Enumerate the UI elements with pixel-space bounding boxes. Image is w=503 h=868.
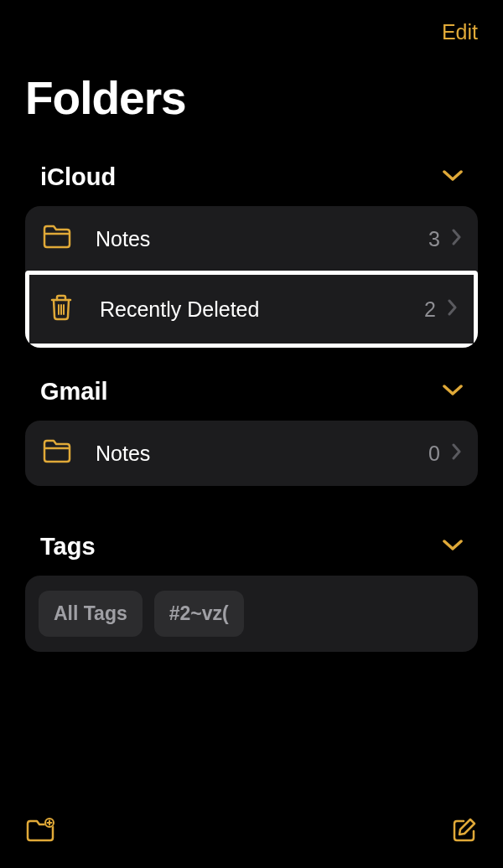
folder-list-icloud: Notes 3 Recently Deleted 2: [25, 206, 478, 348]
top-bar: Edit: [0, 0, 503, 44]
page-title: Folders: [0, 44, 503, 133]
folder-count: 2: [424, 297, 436, 322]
folder-label: Notes: [96, 227, 428, 251]
folder-item-notes[interactable]: Notes 3: [25, 206, 478, 271]
folder-icon: [42, 439, 72, 468]
new-folder-icon: [25, 818, 55, 843]
chevron-down-icon: [443, 170, 463, 185]
edit-button[interactable]: Edit: [442, 20, 478, 44]
section-header-icloud[interactable]: iCloud: [25, 163, 478, 206]
chevron-right-icon: [452, 443, 461, 463]
section-header-tags[interactable]: Tags: [25, 533, 478, 576]
section-icloud: iCloud Notes 3: [0, 133, 503, 348]
chevron-right-icon: [452, 229, 461, 249]
folder-item-gmail-notes[interactable]: Notes 0: [25, 421, 478, 486]
folder-count: 3: [428, 227, 440, 251]
section-title: Tags: [40, 533, 96, 561]
folder-icon: [42, 225, 72, 253]
compose-button[interactable]: [451, 817, 478, 846]
section-title: Gmail: [40, 378, 108, 406]
chevron-down-icon: [443, 385, 463, 400]
folder-list-gmail: Notes 0: [25, 421, 478, 486]
bottom-bar: [0, 800, 503, 868]
chevron-down-icon: [443, 540, 463, 555]
section-title: iCloud: [40, 163, 116, 191]
folder-label: Recently Deleted: [100, 297, 424, 322]
compose-icon: [451, 817, 478, 844]
folder-label: Notes: [96, 442, 428, 466]
folder-item-recently-deleted[interactable]: Recently Deleted 2: [25, 271, 478, 348]
tags-container: All Tags #2~vz(: [25, 576, 478, 652]
folder-count: 0: [428, 442, 440, 466]
new-folder-button[interactable]: [25, 818, 55, 845]
chevron-right-icon: [448, 299, 457, 319]
section-header-gmail[interactable]: Gmail: [25, 378, 478, 421]
section-tags: Tags All Tags #2~vz(: [0, 486, 503, 652]
tag-chip-all[interactable]: All Tags: [39, 591, 143, 637]
tag-chip[interactable]: #2~vz(: [154, 591, 244, 637]
section-gmail: Gmail Notes 0: [0, 348, 503, 486]
trash-icon: [46, 293, 76, 325]
